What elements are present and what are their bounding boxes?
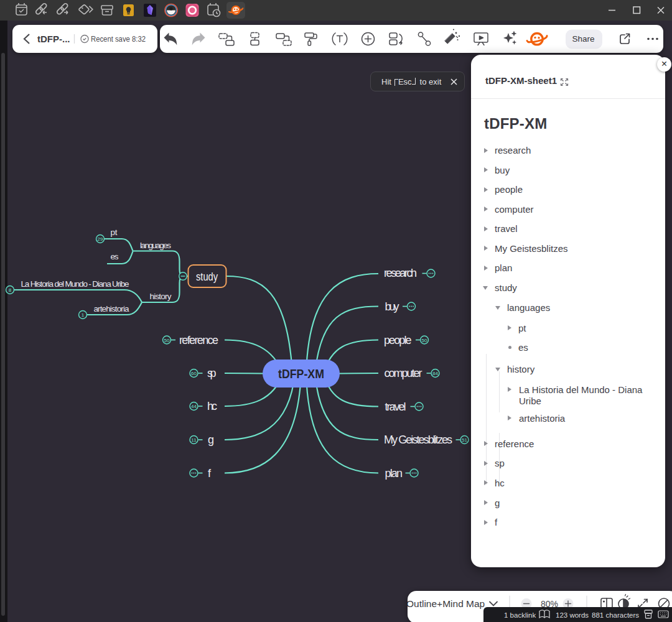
svg-text:Recent save 8:32: Recent save 8:32: [91, 34, 146, 44]
svg-text:buy: buy: [385, 300, 399, 313]
svg-text:es: es: [111, 252, 119, 261]
svg-text:La Historia del Mundo - Diana: La Historia del Mundo - Diana Uribe: [21, 279, 129, 289]
svg-text:50: 50: [422, 338, 427, 343]
svg-text:research: research: [384, 267, 417, 279]
svg-text:study: study: [196, 271, 218, 283]
svg-text:Outline+Mind Map: Outline+Mind Map: [408, 598, 485, 609]
svg-text:881 characters: 881 characters: [592, 611, 639, 619]
svg-text:123 words: 123 words: [556, 611, 589, 619]
svg-text:51: 51: [462, 437, 467, 443]
svg-text:people: people: [384, 334, 412, 346]
svg-text:50: 50: [164, 338, 170, 343]
svg-text:plan: plan: [385, 467, 403, 480]
svg-text:My Geistesblitzes: My Geistesblitzes: [384, 434, 452, 446]
svg-text:44: 44: [191, 404, 197, 409]
svg-text:84: 84: [432, 371, 438, 376]
svg-text:pt: pt: [111, 228, 118, 237]
svg-text:60: 60: [191, 371, 197, 376]
svg-text:Share: Share: [572, 34, 594, 44]
svg-text:history: history: [150, 292, 172, 301]
svg-text:tDFP-XM: tDFP-XM: [278, 367, 324, 381]
svg-text:travel: travel: [385, 401, 406, 413]
svg-text:hc: hc: [207, 400, 217, 412]
svg-text:1 backlink: 1 backlink: [504, 611, 536, 619]
svg-text:11: 11: [191, 437, 197, 443]
svg-text:reference: reference: [179, 334, 218, 346]
svg-text:tDFP-...: tDFP-...: [37, 34, 70, 44]
svg-text:languages: languages: [140, 241, 171, 250]
svg-text:1: 1: [82, 312, 85, 318]
svg-text:g: g: [208, 434, 214, 446]
svg-text:computer: computer: [385, 367, 422, 379]
svg-text:8: 8: [9, 287, 12, 293]
svg-text:sp: sp: [207, 367, 217, 379]
svg-text:29: 29: [98, 236, 103, 242]
svg-text:artehistoria: artehistoria: [94, 304, 129, 313]
svg-text:f: f: [208, 467, 212, 480]
